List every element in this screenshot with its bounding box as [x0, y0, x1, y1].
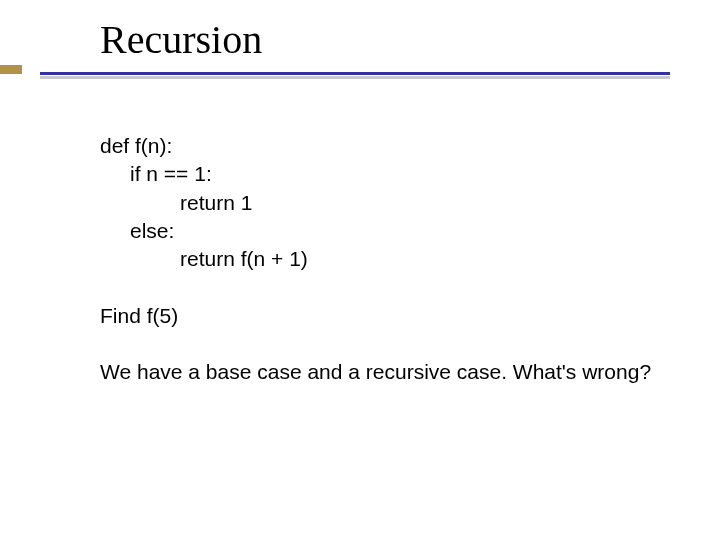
code-block: def f(n): if n == 1: return 1 else: retu… — [100, 132, 680, 274]
slide: Recursion def f(n): if n == 1: return 1 … — [0, 0, 720, 540]
code-line-5: return f(n + 1) — [100, 245, 680, 273]
rule-main — [40, 72, 670, 75]
code-line-3: return 1 — [100, 189, 680, 217]
code-line-2: if n == 1: — [100, 160, 680, 188]
code-line-1: def f(n): — [100, 132, 680, 160]
slide-title: Recursion — [100, 18, 680, 62]
code-line-4: else: — [100, 217, 680, 245]
slide-body: def f(n): if n == 1: return 1 else: retu… — [100, 132, 680, 386]
rule-accent — [0, 65, 22, 74]
question-line: We have a base case and a recursive case… — [100, 358, 680, 386]
title-rule — [40, 72, 670, 82]
rule-shadow — [40, 76, 670, 79]
find-line: Find f(5) — [100, 302, 680, 330]
